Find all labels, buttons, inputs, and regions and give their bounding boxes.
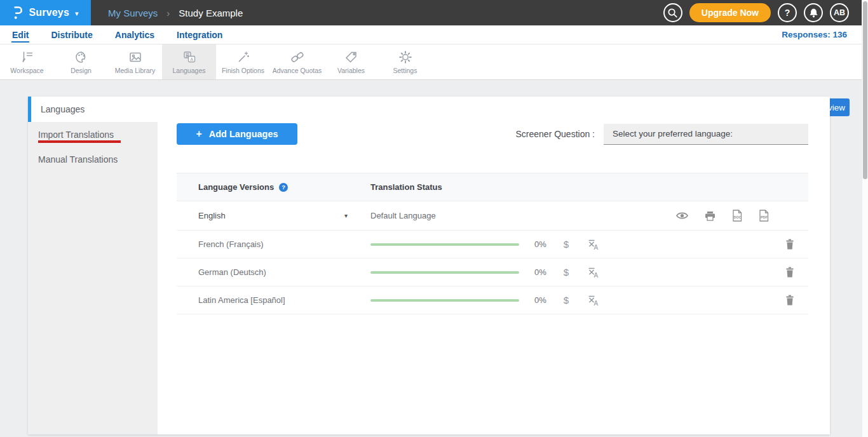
auto-translate-button[interactable]: A <box>588 267 599 278</box>
languages-content: + Add Languages Screener Question : Sele… <box>158 97 830 434</box>
top-bar: Surveys ▾ My Surveys › Study Example Upg… <box>0 0 868 25</box>
survey-nav: Edit Distribute Analytics Integration Re… <box>0 25 868 44</box>
edit-toolbar: Workspace Design Media Library <box>0 44 868 80</box>
translation-progress-bar <box>370 299 519 302</box>
toolbar-item-languages[interactable]: A Languages <box>162 44 216 79</box>
toolbar-item-design[interactable]: Design <box>54 44 108 79</box>
brand-menu[interactable]: Surveys ▾ <box>0 0 91 25</box>
printer-icon <box>705 211 715 221</box>
languages-table: Language Versions ? Translation Status E… <box>177 173 808 314</box>
tab-analytics[interactable]: Analytics <box>114 27 155 43</box>
chain-links-icon <box>290 50 305 65</box>
tab-edit[interactable]: Edit <box>11 27 29 43</box>
search-icon <box>667 8 678 18</box>
screener-question-select[interactable]: Select your preferred language: <box>604 124 808 145</box>
magic-wand-icon <box>236 50 251 65</box>
scrollbar-thumb[interactable] <box>863 1 867 179</box>
svg-text:A: A <box>594 243 599 250</box>
doc-file-icon: DOC <box>732 210 742 222</box>
trash-icon <box>785 267 794 278</box>
screener-question-label: Screener Question : <box>515 129 595 139</box>
red-underline-annotation <box>38 140 121 143</box>
sidebar-item-languages[interactable]: Languages <box>28 97 158 122</box>
plus-icon: + <box>196 128 201 140</box>
print-button[interactable] <box>705 211 715 221</box>
toolbar-item-media-library[interactable]: Media Library <box>108 44 162 79</box>
languages-panel: Languages Import Translations Manual Tra… <box>28 97 830 434</box>
delete-language-button[interactable] <box>785 239 794 250</box>
table-row-language: Latin America [Español] 0% $ A <box>177 286 808 314</box>
help-icon[interactable]: ? <box>279 183 288 192</box>
breadcrumb-my-surveys[interactable]: My Surveys <box>108 8 158 18</box>
export-doc-button[interactable]: DOC <box>732 210 742 222</box>
table-row-language: German (Deutsch) 0% $ A <box>177 259 808 286</box>
translation-progress-bar <box>370 243 519 246</box>
languages-sidebar: Languages Import Translations Manual Tra… <box>28 97 158 434</box>
trash-icon <box>785 295 794 306</box>
default-row-actions: DOC PDF <box>676 210 769 222</box>
auto-translate-button[interactable]: A <box>588 239 599 250</box>
image-icon <box>128 50 143 65</box>
page-scrollbar[interactable] <box>862 0 868 437</box>
avatar-initials: AB <box>834 8 845 17</box>
tab-integration[interactable]: Integration <box>176 27 223 43</box>
toolbar-item-advance-quotas[interactable]: Advance Quotas <box>270 44 324 79</box>
svg-text:PDF: PDF <box>761 215 768 219</box>
translate-icon: A <box>588 295 599 306</box>
trash-icon <box>785 239 794 250</box>
default-language-select[interactable]: English ▾ <box>177 211 370 220</box>
toolbar-item-variables[interactable]: Variables <box>324 44 378 79</box>
table-row-default-language: English ▾ Default Language <box>177 201 808 231</box>
content-header: + Add Languages Screener Question : Sele… <box>158 97 830 145</box>
svg-text:A: A <box>594 271 599 278</box>
translate-icon: A <box>588 267 599 278</box>
avatar[interactable]: AB <box>830 3 849 22</box>
pdf-file-icon: PDF <box>759 210 769 222</box>
tag-icon <box>344 50 359 65</box>
col-translation-status: Translation Status <box>370 182 442 192</box>
export-pdf-button[interactable]: PDF <box>759 210 769 222</box>
chevron-down-icon: ▾ <box>344 212 348 219</box>
responses-count[interactable]: Responses: 136 <box>782 30 847 39</box>
toolbar-item-finish-options[interactable]: Finish Options <box>216 44 270 79</box>
breadcrumb: My Surveys › Study Example <box>108 8 243 18</box>
chevron-down-icon: ▾ <box>75 10 79 18</box>
translation-progress-bar <box>370 271 519 274</box>
brand-label: Surveys <box>29 7 69 18</box>
add-languages-button[interactable]: + Add Languages <box>177 123 297 145</box>
col-language-versions: Language Versions <box>198 182 274 192</box>
help-button[interactable]: ? <box>778 3 797 22</box>
search-button[interactable] <box>663 3 682 22</box>
translate-icon: A <box>182 50 197 65</box>
default-language-status: Default Language <box>370 211 436 220</box>
gear-icon <box>398 50 413 65</box>
auto-translate-button[interactable]: A <box>588 295 599 306</box>
translation-percent: 0% <box>534 295 553 305</box>
translation-percent: 0% <box>534 267 553 277</box>
toolbar-item-workspace[interactable]: Workspace <box>0 44 54 79</box>
paid-translation-button[interactable]: $ <box>560 295 573 306</box>
breadcrumb-current: Study Example <box>179 8 243 18</box>
workspace-icon <box>20 50 35 65</box>
toolbar-item-settings[interactable]: Settings <box>378 44 432 79</box>
translate-icon: A <box>588 239 599 250</box>
sidebar-item-manual-translations[interactable]: Manual Translations <box>28 147 158 171</box>
paid-translation-button[interactable]: $ <box>560 239 573 250</box>
upgrade-now-button[interactable]: Upgrade Now <box>689 3 771 22</box>
questionpro-logo-icon <box>12 5 23 20</box>
tab-distribute[interactable]: Distribute <box>50 27 93 43</box>
question-mark-icon: ? <box>785 8 790 18</box>
table-row-language: French (Français) 0% $ A <box>177 231 808 259</box>
delete-language-button[interactable] <box>785 295 794 306</box>
delete-language-button[interactable] <box>785 267 794 278</box>
notifications-button[interactable] <box>804 3 823 22</box>
view-button[interactable] <box>676 212 688 220</box>
table-header: Language Versions ? Translation Status <box>177 173 808 201</box>
breadcrumb-separator-icon: › <box>166 8 170 18</box>
sidebar-item-import-translations[interactable]: Import Translations <box>28 122 158 147</box>
paid-translation-button[interactable]: $ <box>560 267 573 278</box>
svg-text:A: A <box>190 57 193 62</box>
bell-icon <box>809 8 818 18</box>
translation-percent: 0% <box>534 239 553 249</box>
eye-icon <box>676 212 688 220</box>
